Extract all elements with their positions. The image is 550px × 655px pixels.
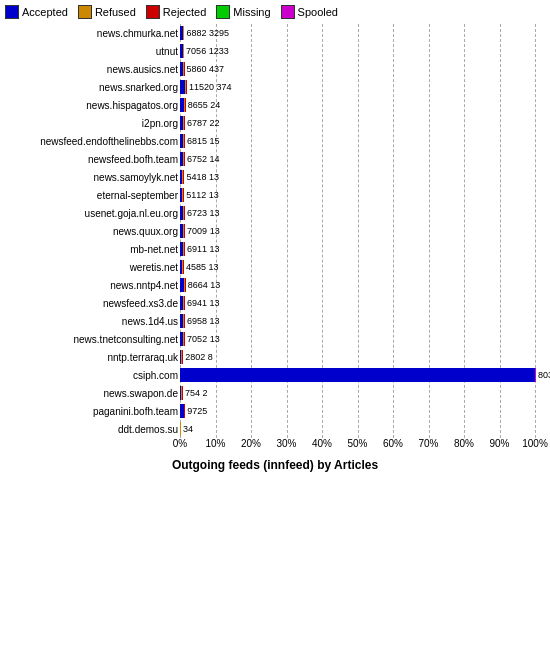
bar-value: 5860 437 [187, 64, 225, 74]
bar-segment-rejected [182, 386, 183, 400]
refused-value: 2 [200, 388, 208, 398]
legend-item-rejected: Rejected [146, 5, 206, 19]
bar-segment-rejected [186, 80, 187, 94]
bar-segment-rejected [184, 134, 185, 148]
refused-value: 15 [207, 136, 220, 146]
bar-row: news.swapon.de754 2 [180, 384, 540, 402]
bar-value: 754 2 [185, 388, 208, 398]
bar-label: news.snarked.org [8, 82, 178, 93]
bars-group [180, 350, 183, 364]
bar-value: 34 [183, 424, 193, 434]
bar-row: mb-net.net6911 13 [180, 240, 540, 258]
bar-value: 6911 13 [187, 244, 220, 254]
legend-label-missing: Missing [233, 6, 270, 18]
accepted-value: 6882 [186, 28, 206, 38]
bar-value: 6787 22 [187, 118, 220, 128]
accepted-value: 6752 [187, 154, 207, 164]
bars-group [180, 278, 186, 292]
bar-segment-rejected [184, 62, 185, 76]
bar-label: i2pn.org [8, 118, 178, 129]
bar-row: utnut7056 1233 [180, 42, 540, 60]
accepted-value: 6815 [187, 136, 207, 146]
accepted-value: 8655 [188, 100, 208, 110]
legend-color-accepted [5, 5, 19, 19]
refused-value: 34 [183, 424, 193, 434]
accepted-value: 6941 [187, 298, 207, 308]
x-axis-label-90: 90% [489, 438, 509, 449]
x-axis-label-40: 40% [312, 438, 332, 449]
bar-label: eternal-september [8, 190, 178, 201]
bar-segment-refused [183, 44, 184, 58]
bar-label: mb-net.net [8, 244, 178, 255]
x-axis-label-100: 100% [522, 438, 548, 449]
legend-label-refused: Refused [95, 6, 136, 18]
bars-group [180, 26, 184, 40]
bar-label: csiph.com [8, 370, 178, 381]
bar-value: 7056 1233 [186, 46, 229, 56]
bar-label: paganini.bofh.team [8, 406, 178, 417]
bar-segment-rejected [184, 206, 185, 220]
refused-value: 3295 [207, 28, 230, 38]
bar-row: news.1d4.us6958 13 [180, 312, 540, 330]
bars-group [180, 80, 187, 94]
bar-segment-rejected [185, 278, 186, 292]
x-axis-label-50: 50% [347, 438, 367, 449]
bar-row: paganini.bofh.team9725 [180, 402, 540, 420]
bar-segment-rejected [184, 404, 185, 418]
accepted-value: 2802 [185, 352, 205, 362]
bar-label: news.quux.org [8, 226, 178, 237]
bar-label: news.swapon.de [8, 388, 178, 399]
bar-segment-rejected [182, 350, 183, 364]
x-axis-labels: 0%10%20%30%40%50%60%70%80%90%100% [180, 438, 540, 454]
bar-segment-rejected [185, 98, 186, 112]
refused-value: 14 [207, 154, 220, 164]
bar-label: newsfeed.xs3.de [8, 298, 178, 309]
bar-value: 8664 13 [188, 280, 221, 290]
bar-label: nntp.terraraq.uk [8, 352, 178, 363]
bar-value: 5418 13 [186, 172, 219, 182]
legend-label-rejected: Rejected [163, 6, 206, 18]
bar-segment-rejected [183, 260, 184, 274]
refused-value: 437 [207, 64, 225, 74]
bar-segment-rejected [183, 188, 184, 202]
bar-label: ddt.demos.su [8, 424, 178, 435]
bars-group [180, 224, 185, 238]
accepted-value: 7052 [187, 334, 207, 344]
bars-group [180, 44, 184, 58]
refused-value: 8 [205, 352, 213, 362]
bar-segment-rejected [184, 116, 185, 130]
bar-row: newsfeed.bofh.team6752 14 [180, 150, 540, 168]
accepted-value: 803061 [538, 370, 550, 380]
bar-label: news.hispagatos.org [8, 100, 178, 111]
accepted-value: 4585 [186, 262, 206, 272]
accepted-value: 7056 [186, 46, 206, 56]
x-axis-label-80: 80% [454, 438, 474, 449]
bars-group [180, 422, 181, 436]
bar-segment-rejected [183, 170, 184, 184]
bars-group [180, 386, 183, 400]
accepted-value: 8664 [188, 280, 208, 290]
refused-value: 13 [207, 208, 220, 218]
bar-row: news.chmurka.net6882 3295 [180, 24, 540, 42]
accepted-value: 754 [185, 388, 200, 398]
bar-row: weretis.net4585 13 [180, 258, 540, 276]
x-axis-label-70: 70% [418, 438, 438, 449]
bar-row: news.samoylyk.net5418 13 [180, 168, 540, 186]
bar-segment-rejected [184, 224, 185, 238]
bar-value: 6752 14 [187, 154, 220, 164]
accepted-value: 11520 [189, 82, 214, 92]
legend-item-refused: Refused [78, 5, 136, 19]
chart-container: AcceptedRefusedRejectedMissingSpooled ne… [0, 0, 550, 655]
legend-label-spooled: Spooled [298, 6, 338, 18]
accepted-value: 6787 [187, 118, 207, 128]
accepted-value: 5112 [186, 190, 206, 200]
chart-title: Outgoing feeds (innfeed) by Articles [5, 458, 545, 472]
bar-label: newsfeed.endofthelinebbs.com [8, 136, 178, 147]
bar-value: 5112 13 [186, 190, 219, 200]
refused-value: 374 [214, 82, 232, 92]
bars-group [180, 134, 185, 148]
bar-label: news.nntp4.net [8, 280, 178, 291]
bar-label: newsfeed.bofh.team [8, 154, 178, 165]
bar-value: 9725 [187, 406, 207, 416]
refused-value: 13 [206, 262, 219, 272]
